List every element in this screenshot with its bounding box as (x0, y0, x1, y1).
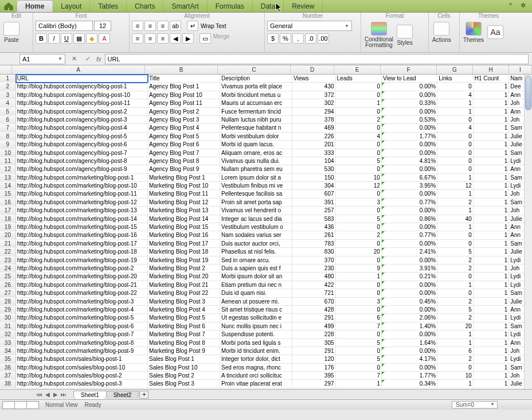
data-cell[interactable]: Vestibulum finibus mi ve (220, 182, 292, 190)
data-cell[interactable]: 0 (437, 149, 474, 157)
data-cell[interactable]: Marketing Blog Post 16 (148, 231, 220, 239)
data-cell[interactable]: 1 (474, 190, 510, 198)
sheet-tab-sheet1[interactable]: Sheet1 (73, 391, 107, 399)
column-header-C[interactable]: C (218, 65, 291, 74)
data-cell[interactable]: Pellentesque habitant n (220, 124, 292, 132)
data-cell[interactable]: 1 (437, 190, 474, 198)
bold-button[interactable]: B (36, 33, 47, 44)
row-header[interactable]: 9 (0, 141, 16, 149)
row-header[interactable]: 13 (0, 174, 16, 182)
row-header[interactable]: 10 (0, 149, 16, 157)
data-cell[interactable]: http://blog.hubspot.com/marketing/blog-p… (16, 273, 148, 281)
data-cell[interactable]: 0 (336, 240, 382, 248)
data-cell[interactable]: 0 (336, 347, 382, 355)
data-cell[interactable]: http://blog.hubspot.com/marketing/blog-p… (16, 190, 148, 198)
data-cell[interactable]: Morbi id tincidunt enim. (220, 347, 292, 355)
data-cell[interactable]: 2.06% (382, 314, 437, 322)
row-header[interactable]: 37 (0, 372, 16, 380)
data-cell[interactable]: 0 (336, 330, 382, 339)
number-format-select[interactable]: General ▼ (267, 21, 352, 31)
data-cell[interactable]: 0 (336, 141, 382, 149)
row-header[interactable]: 28 (0, 298, 16, 306)
data-cell[interactable]: 0.00% (382, 281, 437, 289)
gear-icon[interactable]: ✲ (521, 2, 530, 11)
row-header[interactable]: 22 (0, 248, 16, 256)
data-cell[interactable]: Agency Blog Post 5 (148, 133, 220, 141)
data-cell[interactable]: 104 (292, 157, 335, 165)
menu-tab-tables[interactable]: Tables (90, 1, 127, 12)
data-cell[interactable]: 1 (474, 157, 510, 165)
data-cell[interactable]: 378 (292, 116, 335, 124)
actions-button[interactable]: Actions (431, 21, 452, 44)
data-cell[interactable]: http://blog.hubspot.com/marketing/blog-p… (16, 347, 148, 355)
merge-button[interactable]: Merge (213, 33, 229, 44)
data-cell[interactable]: 0 (336, 83, 382, 91)
header-cell[interactable]: Views (292, 75, 335, 83)
data-cell[interactable]: http://blog.hubspot.com/marketing/blog-p… (16, 314, 148, 322)
data-cell[interactable]: 305 (292, 339, 335, 347)
data-cell[interactable]: 670 (292, 298, 335, 306)
data-cell[interactable]: 1.40% (382, 322, 437, 330)
data-cell[interactable]: 1 (474, 298, 510, 306)
data-cell[interactable]: Morbi porta sed ligula s (220, 339, 292, 347)
data-cell[interactable]: http://blog.hubspot.com/marketing/blog-p… (16, 174, 148, 182)
data-cell[interactable]: 0.00% (382, 141, 437, 149)
data-cell[interactable]: 1 (474, 364, 510, 372)
data-cell[interactable]: A tincidunt orci sollicituc (220, 372, 292, 380)
row-header[interactable]: 1 (0, 75, 16, 83)
data-cell[interactable]: 607 (292, 190, 335, 198)
data-cell[interactable]: 1 (336, 380, 382, 388)
data-cell[interactable]: 0 (437, 231, 474, 239)
data-cell[interactable]: 0.45% (382, 298, 437, 306)
data-cell[interactable]: Ut egestas sollicitudin e (220, 314, 292, 322)
data-cell[interactable]: 0.00% (382, 347, 437, 355)
data-cell[interactable]: Vestibulum vestibulum o (220, 223, 292, 231)
data-cell[interactable]: Sed in ornare arcu. (220, 256, 292, 265)
data-cell[interactable]: Agency Blog Post 6 (148, 141, 220, 149)
decrease-decimal-button[interactable]: .00 (318, 33, 329, 44)
header-cell[interactable]: Leads (336, 75, 382, 83)
data-cell[interactable]: 1 (474, 199, 510, 207)
data-cell[interactable]: Vivamus vel hendrerit o (220, 207, 292, 215)
menu-tab-layout[interactable]: Layout (53, 1, 90, 12)
data-cell[interactable]: 372 (292, 91, 335, 99)
data-cell[interactable]: 2 (437, 256, 474, 265)
column-header-F[interactable]: F (381, 65, 437, 74)
data-cell[interactable]: 469 (292, 124, 335, 132)
data-cell[interactable]: Sales Blog Post 2 (148, 372, 220, 380)
data-cell[interactable]: 0 (336, 256, 382, 265)
data-cell[interactable]: Nullam luctus nibh puru (220, 116, 292, 124)
data-cell[interactable]: 3.95% (382, 182, 437, 190)
data-cell[interactable]: 1 (474, 256, 510, 265)
row-header[interactable]: 8 (0, 133, 16, 141)
data-cell[interactable]: Nullam pharetra sem eu (220, 165, 292, 173)
data-cell[interactable]: 291 (292, 347, 335, 355)
data-cell[interactable]: Marketing Blog Post 6 (148, 322, 220, 330)
data-cell[interactable]: 1 (437, 281, 474, 289)
data-cell[interactable]: 1 (474, 133, 510, 141)
align-left-button[interactable]: ≡ (132, 33, 143, 44)
data-cell[interactable]: 1 (474, 339, 510, 347)
data-cell[interactable]: 830 (292, 248, 335, 256)
row-header[interactable]: 4 (0, 99, 16, 107)
data-cell[interactable]: Morbi id quam lacus. (220, 141, 292, 149)
data-cell[interactable]: 0 (437, 165, 474, 173)
data-cell[interactable]: 1.77% (382, 133, 437, 141)
data-cell[interactable]: 10 (437, 372, 474, 380)
data-cell[interactable]: http://blog.hubspot.com/agency/blog-post… (16, 157, 148, 165)
column-header-A[interactable]: A (12, 65, 145, 74)
data-cell[interactable]: http://blog.hubspot.com/marketing/blog-p… (16, 215, 148, 223)
data-cell[interactable]: 2 (437, 265, 474, 273)
header-cell[interactable]: Links (437, 75, 474, 83)
data-cell[interactable]: 0.77% (382, 231, 437, 239)
data-cell[interactable]: 1 (474, 165, 510, 173)
wrap-text-button[interactable]: Wrap Text (201, 23, 226, 29)
data-cell[interactable]: 5 (437, 306, 474, 314)
data-cell[interactable]: http://blog.hubspot.com/marketing/blog-p… (16, 223, 148, 231)
row-header[interactable]: 19 (0, 223, 16, 231)
data-cell[interactable]: 1 (474, 281, 510, 289)
data-cell[interactable]: Marketing Blog Post 13 (148, 207, 220, 215)
column-header-I[interactable]: I (509, 65, 532, 74)
data-cell[interactable]: 20 (437, 322, 474, 330)
data-cell[interactable]: 1 (336, 273, 382, 281)
